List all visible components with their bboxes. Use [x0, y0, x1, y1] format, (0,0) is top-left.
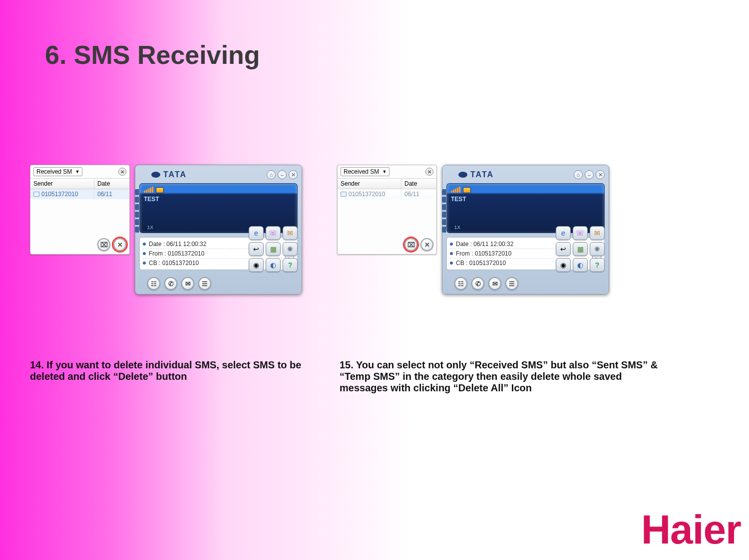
- contacts-icon[interactable]: ☷: [454, 277, 467, 290]
- side-tab[interactable]: [135, 189, 139, 195]
- side-tab[interactable]: [442, 219, 446, 225]
- detail-cb: CB : 01051372010: [456, 260, 506, 267]
- settings-icon[interactable]: ✺: [283, 242, 298, 256]
- bullet-icon: [450, 262, 453, 265]
- side-tabs: [442, 189, 446, 233]
- message-icon: [341, 192, 347, 197]
- pin-icon[interactable]: ⌂: [267, 170, 276, 179]
- tata-logo-icon: [151, 172, 160, 178]
- haier-logo-text: Haier: [641, 506, 741, 553]
- side-tab[interactable]: [135, 219, 139, 225]
- sms-icon[interactable]: ✉: [488, 277, 501, 290]
- tata-brand-label: TATA: [163, 170, 187, 179]
- browser-icon[interactable]: e: [249, 226, 264, 240]
- delete-all-button[interactable]: ⌧: [404, 238, 417, 251]
- delete-button[interactable]: ✕: [420, 238, 433, 251]
- side-tab[interactable]: [135, 212, 139, 218]
- calendar-icon[interactable]: ▦: [573, 242, 588, 256]
- table-row[interactable]: 01051372010 06/11: [338, 189, 436, 199]
- caption-right: 15. You can select not only “Received SM…: [340, 359, 659, 394]
- side-tab[interactable]: [442, 189, 446, 195]
- detail-date: Date : 06/11 12:00:32: [456, 241, 513, 248]
- list-footer: ⌧ ✕: [404, 238, 433, 251]
- status-bar: [144, 186, 293, 195]
- mail-icon[interactable]: ✉: [283, 226, 298, 240]
- side-tab[interactable]: [442, 197, 446, 203]
- help-icon[interactable]: ?: [590, 258, 605, 272]
- bullet-icon: [143, 252, 146, 255]
- category-dropdown-label: Received SM: [344, 168, 379, 175]
- close-icon[interactable]: ✕: [118, 168, 126, 176]
- calendar-icon[interactable]: ▦: [266, 242, 281, 256]
- delete-button[interactable]: ✕: [113, 238, 126, 251]
- minimize-icon[interactable]: –: [278, 170, 287, 179]
- tata-app-window: TATA ⌂ – ✕ TEST 1X: [442, 165, 609, 294]
- mail-icon[interactable]: ✉: [590, 226, 605, 240]
- detail-from: From : 01051372010: [149, 250, 204, 257]
- slide: 6. SMS Receiving Received SM ▼ ✕ Sender …: [0, 0, 749, 560]
- table-row[interactable]: 01051372010 06/11: [30, 189, 129, 199]
- menu-icon[interactable]: ☰: [198, 277, 211, 290]
- reply-icon[interactable]: ↩: [249, 242, 264, 256]
- side-tab[interactable]: [135, 197, 139, 203]
- row-date: 06/11: [94, 189, 129, 199]
- status-bar: [451, 186, 600, 195]
- side-tabs: [135, 189, 139, 233]
- close-icon[interactable]: ✕: [596, 170, 605, 179]
- side-tab[interactable]: [135, 204, 139, 210]
- contacts-icon[interactable]: ☷: [147, 277, 160, 290]
- signal-icon: [144, 187, 154, 194]
- figure-right: Received SM ▼ ✕ Sender Date 01051372010 …: [337, 165, 609, 294]
- bottom-toolbar: ☷ ✆ ✉ ☰: [454, 277, 518, 290]
- delete-all-button[interactable]: ⌧: [97, 238, 110, 251]
- close-icon[interactable]: ✕: [425, 168, 433, 176]
- eye-icon[interactable]: ◉: [249, 258, 264, 272]
- tata-brand-label: TATA: [470, 170, 494, 179]
- menu-icon[interactable]: ☰: [505, 277, 518, 290]
- captions: 14. If you want to delete individual SMS…: [30, 359, 719, 394]
- settings-icon[interactable]: ✺: [590, 242, 605, 256]
- side-tab[interactable]: [442, 212, 446, 218]
- tata-icon[interactable]: ◐: [573, 258, 588, 272]
- reply-icon[interactable]: ↩: [556, 242, 571, 256]
- dial-icon[interactable]: ✆: [164, 277, 177, 290]
- side-tab[interactable]: [442, 227, 446, 233]
- dial-icon[interactable]: ✆: [471, 277, 484, 290]
- bottom-toolbar: ☷ ✆ ✉ ☰: [147, 277, 211, 290]
- sms-icon[interactable]: ✉: [181, 277, 194, 290]
- app-dock: e ☏ ✉ ↩ ▦ ✺ ◉ ◐ ?: [249, 226, 298, 272]
- side-tab[interactable]: [135, 227, 139, 233]
- page-title: 6. SMS Receiving: [45, 40, 260, 70]
- sms-list-panel: Received SM ▼ ✕ Sender Date 01051372010 …: [337, 165, 437, 255]
- phone-icon[interactable]: ☏: [573, 226, 588, 240]
- row-sender: 01051372010: [349, 191, 385, 198]
- table-header: Sender Date: [30, 178, 129, 189]
- chevron-down-icon: ▼: [75, 169, 79, 174]
- caption-left: 14. If you want to delete individual SMS…: [30, 359, 310, 394]
- eye-icon[interactable]: ◉: [556, 258, 571, 272]
- phone-icon[interactable]: ☏: [266, 226, 281, 240]
- pin-icon[interactable]: ⌂: [574, 170, 583, 179]
- bullet-icon: [450, 252, 453, 255]
- chevron-down-icon: ▼: [382, 169, 386, 174]
- signal-icon: [451, 187, 461, 194]
- row-sender-cell: 01051372010: [338, 189, 401, 199]
- row-date: 06/11: [401, 189, 436, 199]
- category-dropdown[interactable]: Received SM ▼: [341, 167, 389, 176]
- browser-icon[interactable]: e: [556, 226, 571, 240]
- help-icon[interactable]: ?: [283, 258, 298, 272]
- side-tab[interactable]: [442, 204, 446, 210]
- window-controls: ⌂ – ✕: [267, 170, 298, 179]
- tata-icon[interactable]: ◐: [266, 258, 281, 272]
- screen-label: TEST: [144, 196, 293, 203]
- sms-list-panel: Received SM ▼ ✕ Sender Date 01051372010 …: [30, 165, 130, 255]
- category-dropdown[interactable]: Received SM ▼: [33, 167, 82, 176]
- close-icon[interactable]: ✕: [289, 170, 298, 179]
- app-titlebar: TATA ⌂ – ✕: [139, 168, 298, 181]
- sms-list-topbar: Received SM ▼ ✕: [338, 165, 436, 178]
- detail-cb: CB : 01051372010: [149, 260, 199, 267]
- network-indicator: 1X: [452, 225, 462, 231]
- app-titlebar: TATA ⌂ – ✕: [446, 168, 605, 181]
- phone-screen: TEST 1X: [446, 183, 605, 233]
- minimize-icon[interactable]: –: [585, 170, 594, 179]
